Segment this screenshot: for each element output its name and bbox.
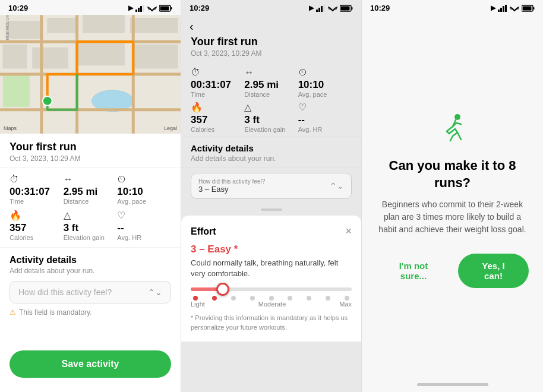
stat-hr-value: --	[117, 222, 171, 234]
stat-time-label: Time	[10, 198, 64, 205]
svg-rect-38	[505, 5, 507, 12]
activity-details-title-1: Activity details	[10, 255, 171, 265]
svg-rect-29	[321, 6, 323, 12]
stat-calories-value: 357	[10, 222, 64, 234]
p2-run-date: Oct 3, 2023, 10:29 AM	[181, 49, 361, 62]
save-activity-button[interactable]: Save activity	[10, 350, 171, 378]
not-sure-button[interactable]: I'm not sure...	[376, 254, 451, 288]
svg-rect-9	[6, 21, 42, 39]
svg-rect-14	[33, 48, 68, 68]
p2-stat-hr-label: Avg. HR	[298, 126, 352, 133]
slider-row	[191, 287, 352, 291]
distance-icon: ↔	[64, 174, 118, 185]
p2-stat-calories: 🔥 357 Calories	[191, 102, 244, 133]
p2-activity-details: Activity details Add details about your …	[181, 137, 361, 168]
svg-rect-28	[318, 8, 320, 12]
battery-icon	[159, 5, 172, 12]
p2-stat-calories-value: 357	[191, 114, 244, 126]
svg-point-31	[332, 10, 333, 11]
chevron-icon: ⌃⌄	[148, 287, 162, 297]
svg-rect-13	[3, 45, 27, 68]
svg-rect-41	[533, 7, 535, 10]
calories-icon: 🔥	[10, 210, 64, 221]
stats-grid-1: ⏱ 00:31:07 Time ↔ 2.95 mi Distance ⏲ 10:…	[0, 168, 181, 248]
slider-track[interactable]	[191, 287, 352, 291]
warning-icon: ⚠	[10, 308, 16, 317]
effort-slider-container: Light Moderate Max	[191, 287, 352, 308]
mandatory-warning: ⚠ This field is mandatory.	[10, 308, 171, 317]
status-bar-3: 10:29 ▶	[362, 0, 543, 15]
back-button[interactable]: ‹	[190, 16, 194, 34]
home-indicator-3	[417, 383, 488, 386]
dot-1	[193, 296, 198, 301]
run-title: Your first run	[10, 141, 171, 153]
running-icon	[435, 110, 471, 146]
activity-details-1: Activity details Add details about your …	[0, 248, 181, 344]
wifi-icon	[147, 5, 157, 12]
svg-rect-27	[316, 10, 318, 12]
dot-5	[269, 296, 274, 301]
dot-9	[345, 296, 349, 301]
p2-stat-elevation-value: 3 ft	[244, 114, 298, 126]
p2-stat-elevation-label: Elevation gain	[244, 126, 298, 133]
status-icons-2: ▶	[309, 4, 353, 12]
pace-icon: ⏲	[117, 174, 171, 185]
p2-elevation-icon: △	[244, 102, 298, 113]
dot-3	[231, 296, 236, 301]
p2-ad-sub: Add details about your run.	[191, 154, 352, 163]
p2-stat-distance-value: 2.95 mi	[244, 79, 298, 91]
p2-feel-dropdown[interactable]: How did this activity feel? 3 – Easy ⌃⌄	[191, 173, 352, 199]
dots-row	[191, 296, 352, 301]
dot-6	[288, 296, 292, 301]
status-icons-1: ▶	[128, 4, 172, 12]
feel-dropdown-1[interactable]: How did this activity feel? ⌃⌄	[10, 281, 171, 304]
status-icons-3: ▶	[491, 4, 535, 12]
run-title-section: Your first run Oct 3, 2023, 10:29 AM	[0, 134, 181, 168]
effort-note: * Providing this information is mandator…	[191, 314, 352, 332]
p2-ad-title: Activity details	[191, 143, 352, 153]
svg-rect-0	[135, 10, 137, 12]
svg-rect-35	[498, 10, 500, 12]
status-bar-1: 10:29 ▶	[0, 0, 181, 15]
drag-handle	[261, 208, 282, 211]
svg-point-43	[454, 114, 460, 120]
svg-text:RUE HOLIDAY DR: RUE HOLIDAY DR	[5, 15, 10, 40]
p2-stat-time: ⏱ 00:31:07 Time	[191, 67, 244, 98]
stat-elevation: △ 3 ft Elevation gain	[64, 210, 118, 241]
yes-i-can-button[interactable]: Yes, I can!	[458, 254, 529, 288]
signal-icon-2	[316, 5, 326, 12]
panel-1: 10:29 ▶	[0, 0, 181, 392]
stat-time-value: 00:31:07	[10, 186, 64, 198]
signal-icon-3	[498, 5, 507, 12]
stat-calories: 🔥 357 Calories	[10, 210, 64, 241]
mandatory-text: This field is mandatory.	[19, 308, 92, 317]
effort-close-button[interactable]: ×	[345, 225, 352, 238]
p2-feel-label: How did this activity feel?	[198, 178, 330, 185]
hr-icon: ♡	[117, 210, 171, 221]
signal-icon	[135, 5, 145, 12]
stat-distance-label: Distance	[64, 198, 118, 205]
svg-rect-15	[77, 42, 125, 65]
p2-time-icon: ⏱	[191, 67, 244, 78]
svg-rect-42	[523, 6, 532, 10]
p2-stat-pace-label: Avg. pace	[298, 91, 352, 98]
stat-elevation-value: 3 ft	[64, 222, 118, 234]
stat-pace: ⏲ 10:10 Avg. pace	[117, 174, 171, 205]
panel-2: 10:29 ▶	[181, 0, 362, 392]
slider-thumb[interactable]	[216, 283, 229, 296]
stat-calories-label: Calories	[10, 234, 64, 241]
p2-stat-pace: ⏲ 10:10 Avg. pace	[298, 67, 352, 98]
time-display-3: 10:29	[370, 4, 390, 12]
time-display-2: 10:29	[190, 4, 209, 12]
map-area: RUE HOLIDAY DR Maps Legal	[0, 15, 181, 134]
battery-icon-2	[340, 5, 353, 12]
location-icon-2: ▶	[309, 4, 314, 12]
svg-rect-33	[352, 7, 353, 10]
stat-elevation-label: Elevation gain	[64, 234, 118, 241]
dot-7	[307, 296, 311, 301]
dot-2	[212, 296, 217, 301]
svg-point-4	[151, 10, 153, 11]
effort-sheet-title: Effort	[191, 226, 216, 237]
stat-time: ⏱ 00:31:07 Time	[10, 174, 64, 205]
p2-chevron-icon: ⌃⌄	[330, 181, 344, 191]
